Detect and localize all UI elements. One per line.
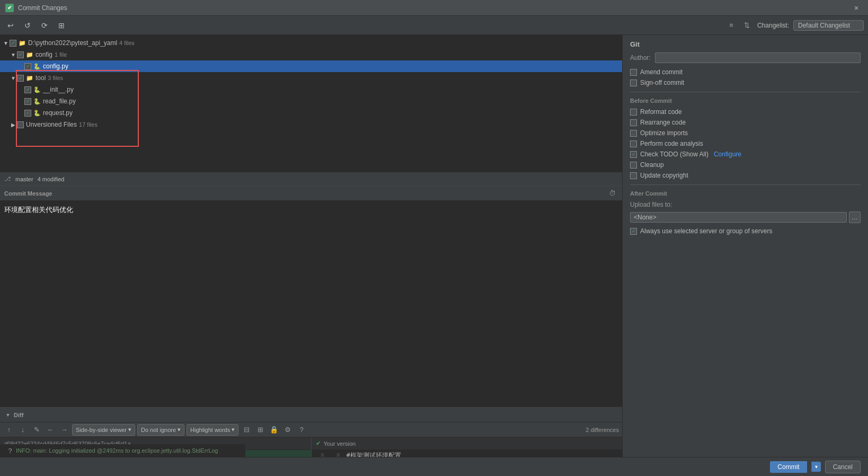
toolbar-arrow-btn[interactable]: ↩ bbox=[4, 19, 17, 32]
optimize-checkbox[interactable] bbox=[630, 130, 637, 137]
commit-dropdown-button[interactable]: ▾ bbox=[811, 462, 821, 472]
cleanup-checkbox[interactable] bbox=[630, 162, 637, 169]
diff-settings-btn[interactable]: ⚙ bbox=[282, 424, 294, 436]
left-panel: ▼ ✓ 📁 D:\python2022\pytest_api_yaml 4 fi… bbox=[0, 35, 623, 476]
diff-lock-btn[interactable]: 🔒 bbox=[268, 424, 280, 436]
viewer-select-btn[interactable]: Side-by-side viewer ▾ bbox=[72, 424, 135, 436]
after-commit-heading: After Commit bbox=[630, 190, 861, 197]
always-use-server-row[interactable]: ✓ Always use selected server or group of… bbox=[630, 227, 861, 235]
optimize-row[interactable]: Optimize imports bbox=[630, 129, 861, 137]
initpy-label: __init__.py bbox=[43, 86, 74, 93]
changelist-select[interactable]: Default Changelist bbox=[793, 20, 864, 31]
commit-message-area: Commit Message ⏱ 环境配置相关代码优化 bbox=[0, 186, 622, 407]
root-checkbox[interactable]: ✓ bbox=[10, 40, 16, 47]
root-arrow: ▼ bbox=[2, 40, 10, 46]
changelist-controls: ≡ ⇅ Changelist: Default Changelist bbox=[725, 20, 864, 31]
tree-root[interactable]: ▼ ✓ 📁 D:\python2022\pytest_api_yaml 4 fi… bbox=[0, 37, 622, 49]
tree-item-requestpy[interactable]: ✓ 🐍 request.py bbox=[0, 107, 622, 119]
config-arrow: ▼ bbox=[10, 52, 17, 58]
amend-checkbox[interactable] bbox=[630, 69, 637, 76]
main-container: ▼ ✓ 📁 D:\python2022\pytest_api_yaml 4 fi… bbox=[0, 35, 868, 476]
amend-label: Amend commit bbox=[640, 68, 683, 76]
info-text: INFO: main: Logging initialized @2492ms … bbox=[16, 447, 218, 454]
todo-checkbox[interactable]: ✓ bbox=[630, 151, 637, 158]
separator-1 bbox=[630, 92, 861, 92]
changelist-label: Changelist: bbox=[757, 22, 789, 29]
diff-columns-btn[interactable]: ⊟ bbox=[241, 424, 252, 436]
tree-item-configpy[interactable]: ✓ 🐍 config.py bbox=[0, 60, 622, 72]
todo-configure-link[interactable]: Configure bbox=[714, 151, 741, 158]
before-commit-heading: Before Commit bbox=[630, 98, 861, 104]
rearrange-checkbox[interactable] bbox=[630, 119, 637, 126]
diff-help-btn[interactable]: ? bbox=[296, 424, 307, 436]
diff-count: 2 differences bbox=[586, 427, 619, 433]
diff-next-btn[interactable]: ↓ bbox=[17, 424, 29, 436]
right-file-label: Your version bbox=[324, 440, 356, 447]
tree-item-tool[interactable]: ▼ ✓ 📁 tool 3 files bbox=[0, 72, 622, 84]
toolbar-refresh-btn[interactable]: ⟳ bbox=[38, 19, 51, 32]
cleanup-row[interactable]: Cleanup bbox=[630, 161, 861, 169]
todo-row[interactable]: ✓ Check TODO (Show All) Configure bbox=[630, 151, 861, 158]
collapse-all-btn[interactable]: ≡ bbox=[725, 20, 737, 31]
ignore-select-btn[interactable]: Do not ignore ▾ bbox=[137, 424, 184, 436]
toolbar-layout-btn[interactable]: ⊞ bbox=[55, 19, 68, 32]
info-bar: ? INFO: main: Logging initialized @2492m… bbox=[0, 444, 245, 457]
config-checkbox[interactable]: ✓ bbox=[17, 51, 24, 58]
configpy-checkbox[interactable]: ✓ bbox=[24, 63, 31, 70]
window-title: Commit Changes bbox=[18, 4, 67, 12]
tree-item-readfilepy[interactable]: ✓ 🐍 read_file.py bbox=[0, 95, 622, 107]
diff-prev-btn[interactable]: ↑ bbox=[3, 424, 15, 436]
highlight-words-btn[interactable]: Highlight words ▾ bbox=[187, 424, 238, 436]
diff-toolbar: ↑ ↓ ✎ ← → Side-by-side viewer ▾ Do not i… bbox=[0, 422, 622, 437]
cancel-button[interactable]: Cancel bbox=[825, 461, 861, 473]
rearrange-label: Rearrange code bbox=[640, 119, 686, 126]
tool-checkbox[interactable]: ✓ bbox=[17, 75, 24, 82]
git-title: Git bbox=[630, 40, 861, 48]
toolbar-undo-btn[interactable]: ↺ bbox=[21, 19, 34, 32]
titlebar: ✔ Commit Changes × bbox=[0, 0, 868, 16]
upload-select[interactable]: <None> bbox=[630, 212, 847, 223]
config-folder-icon: 📁 bbox=[26, 51, 33, 58]
copyright-checkbox[interactable] bbox=[630, 172, 637, 179]
analyze-checkbox[interactable] bbox=[630, 140, 637, 147]
author-input[interactable] bbox=[655, 52, 861, 63]
signoff-checkbox[interactable] bbox=[630, 80, 637, 86]
commit-button[interactable]: Commit bbox=[770, 461, 807, 473]
tool-label: tool bbox=[36, 74, 46, 82]
expand-btn[interactable]: ⇅ bbox=[741, 20, 753, 31]
diff-forward-btn[interactable]: → bbox=[58, 424, 70, 436]
tree-item-unversioned[interactable]: ▶ Unversioned Files 17 files bbox=[0, 119, 622, 130]
close-button[interactable]: × bbox=[850, 2, 863, 14]
commit-message-input[interactable]: 环境配置相关代码优化 bbox=[0, 201, 622, 407]
analyze-row[interactable]: Perform code analysis bbox=[630, 140, 861, 147]
rearrange-row[interactable]: Rearrange code bbox=[630, 119, 861, 126]
right-checkmark: ✔ bbox=[316, 440, 321, 447]
readfilepy-checkbox[interactable]: ✓ bbox=[24, 98, 31, 105]
unversioned-checkbox[interactable] bbox=[17, 121, 24, 128]
always-server-checkbox[interactable]: ✓ bbox=[630, 228, 637, 235]
commit-message-history-btn[interactable]: ⏱ bbox=[606, 188, 618, 199]
signoff-commit-row[interactable]: Sign-off commit bbox=[630, 79, 861, 86]
reformat-row[interactable]: Reformat code bbox=[630, 108, 861, 116]
top-controls: ↩ ↺ ⟳ ⊞ ≡ ⇅ Changelist: Default Changeli… bbox=[0, 16, 868, 35]
readfilepy-label: read_file.py bbox=[43, 98, 76, 105]
copyright-label: Update copyright bbox=[640, 172, 688, 179]
diff-split-btn[interactable]: ⊞ bbox=[254, 424, 266, 436]
amend-commit-row[interactable]: Amend commit bbox=[630, 68, 861, 76]
copyright-row[interactable]: Update copyright bbox=[630, 172, 861, 179]
reformat-checkbox[interactable] bbox=[630, 109, 637, 116]
diff-back-btn[interactable]: ← bbox=[45, 424, 56, 436]
initpy-checkbox[interactable]: ✓ bbox=[24, 86, 31, 93]
diff-edit-btn[interactable]: ✎ bbox=[31, 424, 42, 436]
tree-item-config[interactable]: ▼ ✓ 📁 config 1 file bbox=[0, 49, 622, 60]
upload-label: Upload files to: bbox=[630, 201, 861, 208]
always-server-label: Always use selected server or group of s… bbox=[640, 227, 772, 235]
upload-more-btn[interactable]: … bbox=[849, 211, 861, 223]
tree-status-bar: ⎇ master 4 modified bbox=[0, 172, 622, 186]
root-folder-icon: 📁 bbox=[19, 39, 26, 47]
tree-item-initpy[interactable]: ✓ 🐍 __init__.py bbox=[0, 84, 622, 95]
requestpy-checkbox[interactable]: ✓ bbox=[24, 110, 31, 117]
branch-name: master bbox=[15, 176, 33, 182]
diff-collapse-btn[interactable]: ▼ bbox=[4, 411, 12, 419]
help-btn[interactable]: ? bbox=[4, 445, 16, 456]
